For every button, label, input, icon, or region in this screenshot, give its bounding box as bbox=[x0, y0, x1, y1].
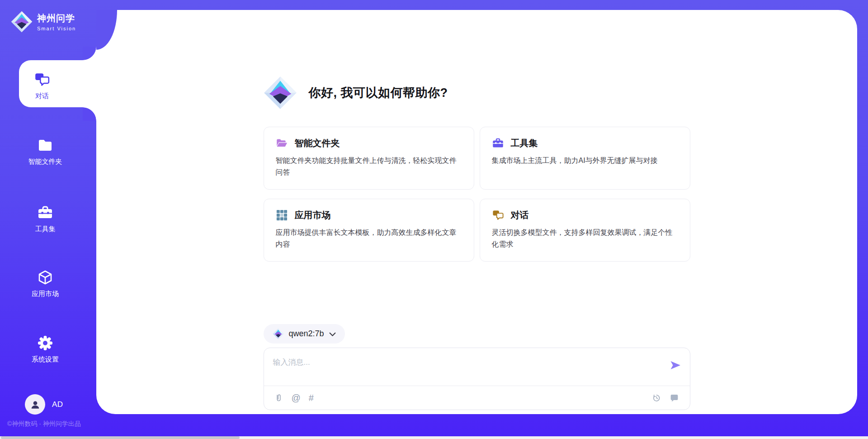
assistant-logo-icon bbox=[264, 76, 297, 110]
main-content-area: 你好, 我可以如何帮助你? 智能文件夹 智能文件夹功能支持批量文件上传与清洗，轻… bbox=[96, 10, 857, 414]
copyright-text: ©神州数码 · 神州问学出品 bbox=[7, 420, 81, 428]
card-description: 智能文件夹功能支持批量文件上传与清洗，轻松实现文件问答 bbox=[276, 155, 462, 178]
card-description: 应用市场提供丰富长文本模板，助力高效生成多样化文章内容 bbox=[276, 227, 462, 250]
sidebar: 神州问学 Smart Vision 对话 智能文件夹 工具集 bbox=[0, 0, 96, 439]
chat-icon bbox=[34, 72, 50, 88]
send-icon[interactable] bbox=[669, 359, 682, 372]
message-input[interactable] bbox=[264, 348, 653, 386]
message-composer: @ # bbox=[264, 348, 690, 410]
card-chat[interactable]: 对话 灵活切换多模型文件，支持多样回复效果调试，满足个性化需求 bbox=[480, 199, 690, 262]
chat-icon bbox=[492, 209, 504, 221]
greeting-text: 你好, 我可以如何帮助你? bbox=[309, 85, 448, 101]
sidebar-item-label: 智能文件夹 bbox=[28, 157, 62, 166]
cube-icon bbox=[37, 269, 53, 286]
brand-name: 神州问学 bbox=[37, 12, 76, 24]
feature-cards: 智能文件夹 智能文件夹功能支持批量文件上传与清洗，轻松实现文件问答 工具集 集成… bbox=[264, 127, 690, 262]
sidebar-item-label: 应用市场 bbox=[32, 290, 59, 298]
horizontal-scrollbar[interactable] bbox=[0, 436, 868, 439]
mention-icon[interactable]: @ bbox=[292, 393, 301, 402]
model-logo-icon bbox=[273, 328, 284, 339]
user-account[interactable]: AD bbox=[25, 394, 63, 415]
folder-open-icon bbox=[276, 137, 288, 149]
composer-toolbar: @ # bbox=[264, 386, 690, 410]
card-app-market[interactable]: 应用市场 应用市场提供丰富长文本模板，助力高效生成多样化文章内容 bbox=[264, 199, 474, 262]
brand-subtitle: Smart Vision bbox=[37, 26, 76, 31]
briefcase-icon bbox=[492, 137, 504, 149]
card-title: 工具集 bbox=[511, 137, 538, 149]
sidebar-item-smart-folder[interactable]: 智能文件夹 bbox=[0, 137, 90, 166]
card-description: 集成市场上主流工具，助力AI与外界无缝扩展与对接 bbox=[492, 155, 678, 167]
card-description: 灵活切换多模型文件，支持多样回复效果调试，满足个性化需求 bbox=[492, 227, 678, 250]
card-smart-folder[interactable]: 智能文件夹 智能文件夹功能支持批量文件上传与清洗，轻松实现文件问答 bbox=[264, 127, 474, 190]
brand-logo-icon bbox=[11, 11, 33, 33]
card-toolset[interactable]: 工具集 集成市场上主流工具，助力AI与外界无缝扩展与对接 bbox=[480, 127, 690, 190]
folder-icon bbox=[37, 137, 53, 153]
user-initials: AD bbox=[52, 400, 63, 409]
scrollbar-thumb[interactable] bbox=[1, 436, 240, 439]
sidebar-item-settings[interactable]: 系统设置 bbox=[0, 335, 90, 364]
attachment-icon[interactable] bbox=[274, 393, 283, 403]
model-name: qwen2:7b bbox=[289, 329, 324, 339]
composer-block: qwen2:7b @ # bbox=[264, 324, 690, 410]
person-icon bbox=[29, 399, 41, 410]
sidebar-item-label: 工具集 bbox=[35, 225, 56, 234]
brand: 神州问学 Smart Vision bbox=[11, 11, 76, 33]
sidebar-item-label: 系统设置 bbox=[32, 355, 59, 364]
sidebar-item-label: 对话 bbox=[35, 92, 49, 100]
sidebar-item-chat[interactable]: 对话 bbox=[0, 72, 87, 100]
app-root: { "brand": { "name": "神州问学", "subtitle":… bbox=[0, 0, 868, 439]
gear-icon bbox=[37, 335, 53, 351]
model-selector[interactable]: qwen2:7b bbox=[264, 324, 345, 344]
hero: 你好, 我可以如何帮助你? bbox=[264, 10, 690, 110]
card-title: 应用市场 bbox=[295, 209, 331, 221]
card-title: 对话 bbox=[511, 209, 529, 221]
chevron-down-icon bbox=[329, 332, 336, 337]
card-title: 智能文件夹 bbox=[295, 137, 340, 149]
feedback-bubble-icon[interactable] bbox=[670, 393, 679, 403]
history-icon[interactable] bbox=[652, 393, 661, 403]
hashtag-icon[interactable]: # bbox=[309, 393, 314, 402]
sidebar-item-toolset[interactable]: 工具集 bbox=[0, 205, 90, 234]
toolbox-icon bbox=[37, 205, 53, 221]
sidebar-item-app-market[interactable]: 应用市场 bbox=[0, 269, 90, 298]
avatar bbox=[25, 394, 45, 415]
brand-text: 神州问学 Smart Vision bbox=[37, 12, 76, 31]
grid-icon bbox=[276, 209, 288, 221]
